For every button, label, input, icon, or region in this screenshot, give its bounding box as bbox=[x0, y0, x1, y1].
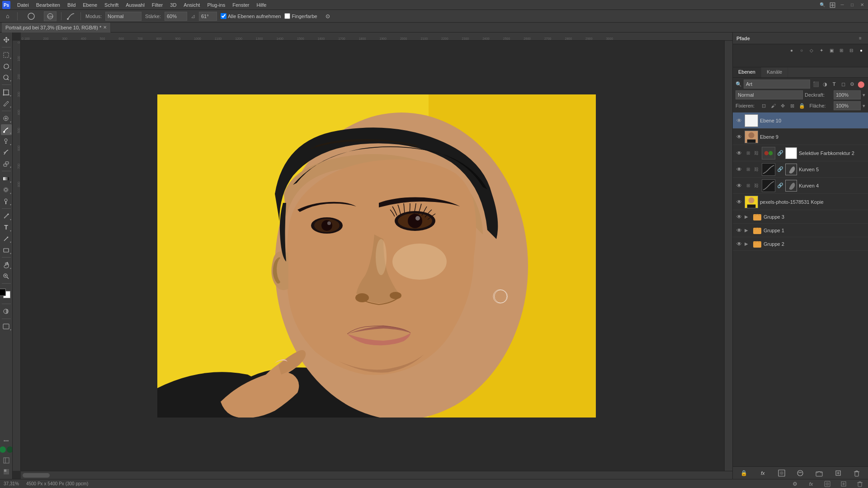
status-mask-btn[interactable] bbox=[823, 479, 832, 488]
portrait-canvas[interactable] bbox=[157, 94, 596, 418]
menu-ebene[interactable]: Ebene bbox=[79, 1, 101, 9]
lock-transparent-btn[interactable]: ⊡ bbox=[760, 102, 768, 110]
lock-image-btn[interactable]: 🖌 bbox=[769, 102, 778, 110]
lock-artboard-btn[interactable]: ⊠ bbox=[788, 102, 797, 110]
layer-delete-btn[interactable] bbox=[852, 469, 861, 478]
foreground-color[interactable] bbox=[0, 289, 6, 296]
brush-type-icon[interactable] bbox=[66, 11, 76, 21]
layer-group-1[interactable]: 👁 ▶ Gruppe 1 bbox=[733, 224, 868, 237]
layer-vis-selektive-farbkorrektur-2[interactable]: 👁 bbox=[736, 150, 743, 157]
clone-tool[interactable]: ▾ bbox=[1, 136, 12, 146]
dodge-tool[interactable]: ▾ bbox=[1, 196, 12, 206]
modus-select[interactable]: Normal Auflösen Abdunkeln Multiplizieren bbox=[105, 12, 142, 21]
screen-mode-btn[interactable]: ▾ bbox=[1, 321, 12, 332]
panel-icon-circle-outline[interactable]: ○ bbox=[797, 46, 806, 54]
layer-lock-btn[interactable]: 🔒 bbox=[740, 469, 749, 478]
menu-filter[interactable]: Filter bbox=[148, 1, 166, 9]
panel-icon-square-a[interactable]: ▣ bbox=[827, 46, 835, 54]
layer-group-2[interactable]: 👁 ▶ Gruppe 2 bbox=[733, 237, 868, 251]
flaeche-input[interactable] bbox=[834, 101, 861, 110]
doc-tab-portrait[interactable]: Portrait.psd bei 37,3% (Ebene 10, RGB/8)… bbox=[2, 23, 111, 33]
fg-color-mini[interactable] bbox=[0, 446, 6, 453]
filter-adj-btn[interactable]: ◑ bbox=[821, 80, 829, 88]
menu-plugins[interactable]: Plug-ins bbox=[203, 1, 229, 9]
hand-tool[interactable]: ▾ bbox=[1, 259, 12, 270]
layer-vis-gruppe-3[interactable]: 👁 bbox=[736, 213, 743, 221]
angle-input[interactable] bbox=[199, 12, 217, 21]
brush-tool[interactable]: ▾ bbox=[1, 124, 12, 135]
lasso-tool[interactable]: ▾ bbox=[1, 61, 12, 71]
shape-tool[interactable]: ▾ bbox=[1, 244, 12, 255]
layer-vis-gruppe-1[interactable]: 👁 bbox=[736, 227, 743, 234]
eraser-tool[interactable]: ▾ bbox=[1, 158, 12, 169]
gruppe-1-expand[interactable]: ▶ bbox=[745, 228, 751, 233]
layer-vis-kurven-5[interactable]: 👁 bbox=[736, 166, 743, 173]
path-select-tool[interactable]: ▾ bbox=[1, 233, 12, 244]
menu-ansicht[interactable]: Ansicht bbox=[180, 1, 203, 9]
enable-btn[interactable]: ⊙ bbox=[323, 11, 333, 21]
pfade-collapse-btn[interactable]: ≡ bbox=[856, 34, 864, 42]
layer-item-ebene-9[interactable]: 👁 Ebene 9 bbox=[733, 129, 868, 145]
menu-auswahl[interactable]: Auswahl bbox=[122, 1, 148, 9]
menu-bearbeiten[interactable]: Bearbeiten bbox=[33, 1, 64, 9]
heal-tool[interactable]: ▾ bbox=[1, 113, 12, 124]
layer-item-kurven-5[interactable]: 👁 ⊞ ⛓ 🔗 Kurven 5 bbox=[733, 161, 868, 178]
close-btn[interactable]: ✕ bbox=[858, 1, 866, 9]
layer-vis-ebene-9[interactable]: 👁 bbox=[736, 133, 743, 141]
menu-fenster[interactable]: Fenster bbox=[229, 1, 253, 9]
quick-select-tool[interactable]: ▾ bbox=[1, 72, 12, 83]
search-btn[interactable]: 🔍 bbox=[818, 1, 826, 9]
alle-ebenen-checkbox-label[interactable]: Alle Ebenen aufnehmen bbox=[221, 13, 281, 19]
deckraft-input[interactable] bbox=[834, 90, 861, 99]
canvas-content[interactable] bbox=[21, 41, 732, 471]
blur-tool[interactable]: ▾ bbox=[1, 184, 12, 195]
eyedropper-tool[interactable]: ▾ bbox=[1, 98, 12, 109]
filter-pixel-btn[interactable]: ⬛ bbox=[812, 80, 820, 88]
home-btn[interactable]: ⌂ bbox=[3, 11, 13, 21]
layer-vis-ebene-10[interactable]: 👁 bbox=[736, 117, 743, 124]
layer-fx-btn[interactable]: fx bbox=[758, 469, 767, 478]
doc-tab-close[interactable]: ✕ bbox=[103, 25, 107, 30]
tool-extra-2[interactable] bbox=[1, 466, 12, 477]
menu-datei[interactable]: Datei bbox=[14, 1, 33, 9]
layer-new-btn[interactable] bbox=[834, 469, 843, 478]
menu-schrift[interactable]: Schrift bbox=[101, 1, 122, 9]
canvas-scrollbar-v[interactable] bbox=[724, 41, 732, 471]
gruppe-2-expand[interactable]: ▶ bbox=[745, 241, 751, 246]
layer-item-pexels[interactable]: 👁 pexels-photo-1578531 Kopie bbox=[733, 194, 868, 210]
text-tool[interactable]: T ▾ bbox=[1, 222, 12, 233]
color-swatches[interactable] bbox=[0, 287, 13, 300]
layer-vis-kurven-4[interactable]: 👁 bbox=[736, 182, 743, 189]
quick-mask-btn[interactable] bbox=[1, 306, 12, 317]
zoom-tool[interactable] bbox=[1, 271, 12, 282]
crop-tool[interactable]: ▾ bbox=[1, 87, 12, 98]
pen-tool[interactable]: ▾ bbox=[1, 211, 12, 221]
lock-position-btn[interactable]: ✥ bbox=[779, 102, 787, 110]
layer-vis-gruppe-2[interactable]: 👁 bbox=[736, 240, 743, 248]
filter-shape-btn[interactable]: ◻ bbox=[839, 80, 847, 88]
tab-ebenen[interactable]: Ebenen bbox=[733, 67, 761, 77]
panel-icon-diamond[interactable]: ◇ bbox=[807, 46, 816, 54]
lock-all-btn[interactable]: 🔒 bbox=[798, 102, 806, 110]
panel-icon-star[interactable]: ✦ bbox=[817, 46, 826, 54]
gradient-tool[interactable]: ▾ bbox=[1, 173, 12, 184]
filter-smart-btn[interactable]: ⚙ bbox=[848, 80, 856, 88]
flaeche-arrow-down[interactable]: ▾ bbox=[863, 103, 865, 109]
panel-icon-square-b[interactable]: ⊞ bbox=[837, 46, 845, 54]
layer-item-kurven-4[interactable]: 👁 ⊞ ⛓ 🔗 Kurven 4 bbox=[733, 178, 868, 194]
history-brush-tool[interactable] bbox=[1, 147, 12, 158]
layer-mode-select[interactable]: Normal Auflösen Abdunkeln Multiplizieren… bbox=[736, 90, 803, 99]
gruppe-3-expand[interactable]: ▶ bbox=[745, 214, 751, 219]
selection-rect-tool[interactable]: ▾ bbox=[1, 49, 12, 60]
extra-tools-btn[interactable]: ••• bbox=[1, 435, 12, 446]
fingerfarbe-checkbox-label[interactable]: Fingerfarbe bbox=[284, 13, 317, 19]
menu-3d[interactable]: 3D bbox=[166, 1, 180, 9]
maximize-btn[interactable]: □ bbox=[848, 1, 856, 9]
layer-mask-btn[interactable] bbox=[777, 469, 786, 478]
filter-toggle-btn[interactable]: ⬤ bbox=[857, 80, 865, 88]
layer-adj-btn[interactable] bbox=[796, 469, 805, 478]
tab-kanale[interactable]: Kanäle bbox=[761, 67, 788, 77]
panel-icon-dot-white[interactable]: ● bbox=[857, 46, 865, 54]
filter-text-btn[interactable]: T bbox=[830, 80, 838, 88]
status-new-layer-btn[interactable] bbox=[839, 479, 848, 488]
